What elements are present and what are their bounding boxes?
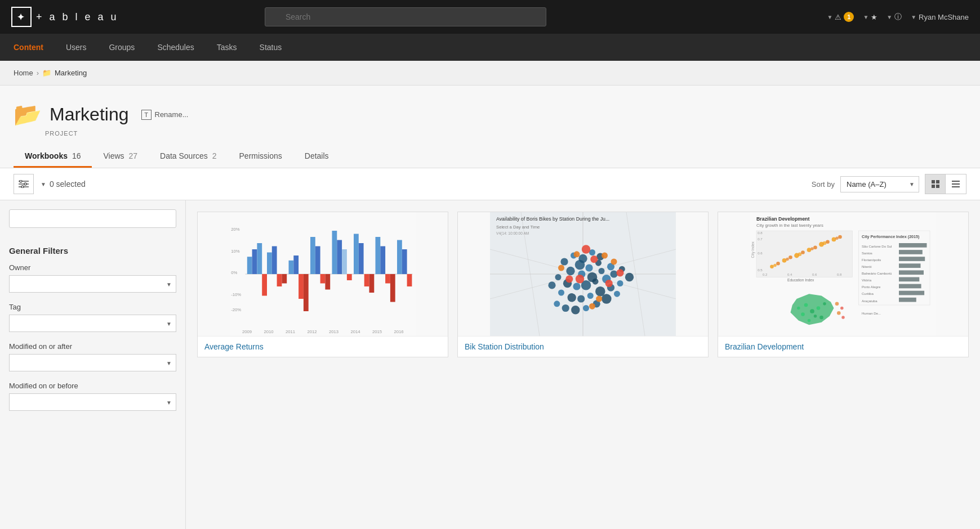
card-thumbnail-brazilian-dev: Brazilian Development City growth in the… xyxy=(718,212,968,336)
svg-point-110 xyxy=(611,259,617,265)
svg-text:Human De...: Human De... xyxy=(862,312,881,315)
svg-rect-7 xyxy=(936,180,939,183)
sidebar-search-input[interactable] xyxy=(9,209,176,228)
bik-station-chart: Availability of Boris Bikes by Station D… xyxy=(458,212,708,336)
svg-rect-159 xyxy=(899,263,921,268)
search-container: 🔍 xyxy=(265,7,546,26)
svg-point-177 xyxy=(823,302,826,306)
nav-users[interactable]: Users xyxy=(66,35,87,60)
svg-point-100 xyxy=(562,304,569,312)
nav-status[interactable]: Status xyxy=(260,35,282,60)
svg-point-117 xyxy=(565,275,573,283)
tab-data-sources-label: Data Sources xyxy=(160,151,208,160)
sort-select-wrapper: Name (A–Z) Name (Z–A) Date Modified Date… xyxy=(840,176,919,192)
svg-rect-33 xyxy=(289,261,294,274)
user-menu-button[interactable]: ▼ Ryan McShane xyxy=(911,13,969,21)
filter-group-modified-before: Modified on or before xyxy=(9,382,176,411)
selected-label[interactable]: ▼ 0 selected xyxy=(41,180,86,189)
breadcrumb-home[interactable]: Home xyxy=(14,69,33,77)
nav-schedules[interactable]: Schedules xyxy=(157,35,194,60)
filter-modified-before-select[interactable] xyxy=(9,393,176,411)
tab-workbooks[interactable]: Workbooks 16 xyxy=(14,146,92,168)
svg-text:2009: 2009 xyxy=(242,329,252,334)
svg-rect-41 xyxy=(359,243,364,274)
svg-text:Curitiba: Curitiba xyxy=(862,292,874,295)
svg-text:Balneário Camboriú: Balneário Camboriú xyxy=(862,272,892,275)
svg-text:Education Index: Education Index xyxy=(787,278,814,282)
tab-details[interactable]: Details xyxy=(293,146,340,168)
filter-owner-select[interactable] xyxy=(9,275,176,293)
alert-button[interactable]: ▼ ⚠ 1 xyxy=(827,12,854,22)
svg-rect-55 xyxy=(369,274,375,293)
svg-point-115 xyxy=(616,269,623,276)
filter-owner-wrapper xyxy=(9,275,176,293)
tab-views[interactable]: Views 27 xyxy=(92,146,149,168)
workbook-card-average-returns[interactable]: 2009 2010 2011 2012 2013 2014 2015 2016 … xyxy=(197,212,448,357)
svg-rect-45 xyxy=(402,249,407,274)
nav-tasks[interactable]: Tasks xyxy=(217,35,237,60)
svg-text:Availability of Boris Bikes by: Availability of Boris Bikes by Station D… xyxy=(496,216,609,222)
filter-button[interactable] xyxy=(14,174,34,194)
svg-point-132 xyxy=(770,265,774,269)
nav-content[interactable]: Content xyxy=(14,35,43,60)
project-title: Marketing xyxy=(50,104,129,125)
alert-icon: ⚠ xyxy=(835,13,841,21)
filter-modified-after-wrapper xyxy=(9,354,176,371)
tabs: Workbooks 16 Views 27 Data Sources 2 Per… xyxy=(14,146,966,168)
secondary-nav: Content Users Groups Schedules Tasks Sta… xyxy=(0,34,980,61)
project-folder-icon: 📂 xyxy=(14,101,42,128)
logo: ✦ + a b l e a u xyxy=(11,7,119,27)
grid-view-button[interactable] xyxy=(925,174,946,194)
alert-badge: 1 xyxy=(844,12,854,22)
svg-text:Araçatuba: Araçatuba xyxy=(862,299,877,303)
rename-button[interactable]: T Rename... xyxy=(141,110,189,120)
svg-point-91 xyxy=(558,290,564,296)
user-chevron: ▼ xyxy=(911,14,916,20)
svg-rect-48 xyxy=(282,274,287,284)
svg-rect-34 xyxy=(293,255,299,274)
svg-point-183 xyxy=(837,311,841,315)
svg-rect-31 xyxy=(267,253,272,275)
filter-tag-wrapper xyxy=(9,315,176,332)
filter-tag-select[interactable] xyxy=(9,315,176,332)
svg-point-135 xyxy=(789,255,792,259)
main-content: 🔍 General Filters Owner Tag Modified on … xyxy=(0,200,980,529)
filter-modified-after-select[interactable] xyxy=(9,354,176,371)
tab-permissions[interactable]: Permissions xyxy=(228,146,293,168)
page-header: 📂 Marketing T Rename... PROJECT Workbook… xyxy=(0,86,980,168)
search-wrapper: 🔍 xyxy=(265,7,546,26)
grid-icon xyxy=(931,180,940,189)
svg-point-3 xyxy=(20,180,22,182)
info-button[interactable]: ▼ ⓘ xyxy=(887,12,902,22)
favorites-button[interactable]: ▼ ★ xyxy=(863,13,877,21)
top-nav-right: ▼ ⚠ 1 ▼ ★ ▼ ⓘ ▼ Ryan McShane xyxy=(827,12,969,22)
tab-data-sources[interactable]: Data Sources 2 xyxy=(149,146,228,168)
breadcrumb: Home › 📁 Marketing xyxy=(0,61,980,86)
svg-text:0.8: 0.8 xyxy=(758,231,763,235)
tab-workbooks-count: 16 xyxy=(72,151,81,160)
svg-text:0%: 0% xyxy=(231,270,237,275)
workbook-card-brazilian-dev[interactable]: Brazilian Development City growth in the… xyxy=(718,212,969,357)
list-view-button[interactable] xyxy=(946,174,966,194)
svg-point-178 xyxy=(808,319,811,322)
svg-point-98 xyxy=(625,273,634,281)
svg-point-138 xyxy=(807,248,812,252)
workbook-title-brazilian-dev: Brazilian Development xyxy=(718,336,968,357)
nav-groups[interactable]: Groups xyxy=(109,35,135,60)
svg-point-105 xyxy=(614,291,620,297)
svg-point-173 xyxy=(810,309,814,313)
svg-rect-36 xyxy=(315,246,320,275)
svg-rect-44 xyxy=(397,240,402,275)
average-returns-chart: 2009 2010 2011 2012 2013 2014 2015 2016 … xyxy=(198,212,448,336)
filter-modified-before-label: Modified on or before xyxy=(9,382,176,390)
sort-select[interactable]: Name (A–Z) Name (Z–A) Date Modified Date… xyxy=(840,176,919,192)
svg-rect-39 xyxy=(342,249,347,274)
svg-point-182 xyxy=(840,307,844,310)
toolbar: ▼ 0 selected Sort by Name (A–Z) Name (Z–… xyxy=(0,168,980,200)
search-input[interactable] xyxy=(265,7,546,26)
filter-owner-label: Owner xyxy=(9,263,176,272)
svg-rect-50 xyxy=(304,274,309,311)
svg-text:Brazilian Development: Brazilian Development xyxy=(756,216,809,222)
svg-rect-42 xyxy=(376,237,381,274)
workbook-card-bik-station[interactable]: Availability of Boris Bikes by Station D… xyxy=(457,212,709,357)
